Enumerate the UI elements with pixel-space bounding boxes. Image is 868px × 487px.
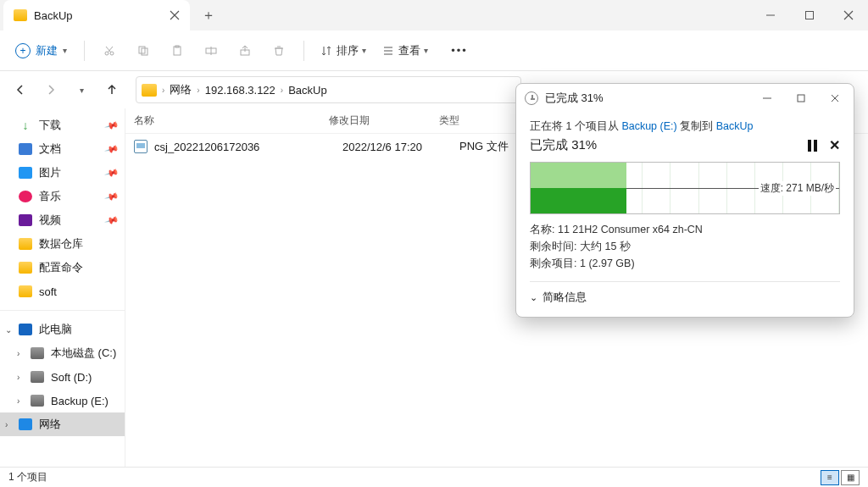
sidebar-item-network[interactable]: ›网络 (0, 412, 125, 436)
view-button[interactable]: 查看 ▾ (375, 38, 435, 64)
arrow-up-icon (105, 83, 119, 97)
back-button[interactable] (7, 76, 34, 103)
paste-button[interactable] (161, 36, 193, 66)
delete-button[interactable] (263, 36, 295, 66)
clock-icon (525, 91, 538, 105)
minimize-icon (764, 8, 777, 22)
close-window-button[interactable] (829, 0, 868, 30)
sidebar-item-drive-c[interactable]: ›本地磁盘 (C:) (0, 341, 125, 365)
new-label: 新建 (36, 43, 58, 58)
complete-text: 已完成 31% (530, 137, 597, 153)
icons-view-button[interactable]: ▦ (841, 470, 860, 485)
view-switcher: ≡ ▦ (821, 470, 860, 485)
crumb-0[interactable]: 网络 (170, 82, 192, 97)
tab-close-button[interactable] (166, 7, 183, 24)
share-icon (238, 44, 252, 58)
arrow-right-icon (44, 83, 58, 97)
sidebar-item-thispc[interactable]: ⌄此电脑 (0, 318, 125, 341)
dialog-title-bar[interactable]: 已完成 31% (516, 84, 854, 113)
document-icon (19, 143, 32, 155)
complete-row: 已完成 31% ✕ (530, 137, 840, 153)
chevron-down-icon: ▾ (80, 86, 84, 95)
dialog-maximize-button[interactable] (787, 87, 815, 109)
copy-description: 正在将 1 个项目从 Backup (E:) 复制到 BackUp (530, 119, 840, 134)
chevron-right-icon: › (17, 396, 19, 406)
recent-button[interactable]: ▾ (68, 76, 95, 103)
col-name[interactable]: 名称 (134, 113, 329, 128)
copy-button[interactable] (127, 36, 159, 66)
col-type[interactable]: 类型 (439, 113, 515, 128)
crumb-2[interactable]: BackUp (288, 84, 327, 97)
address-bar[interactable]: › 网络 › 192.168.3.122 › BackUp (136, 76, 521, 103)
chevron-right-icon: › (5, 420, 8, 429)
sidebar-item-label: Soft (D:) (51, 371, 92, 384)
sidebar-item-folder[interactable]: soft (0, 279, 125, 303)
plus-circle-icon: + (15, 43, 31, 58)
tab-backup[interactable]: BackUp (3, 0, 190, 30)
sidebar-item-drive-e[interactable]: ›Backup (E:) (0, 389, 125, 412)
sidebar-item-label: 网络 (39, 417, 61, 432)
chevron-right-icon: › (281, 86, 283, 95)
drive-icon (31, 347, 44, 359)
col-date[interactable]: 修改日期 (329, 113, 439, 128)
detail-remain-time: 剩余时间: 大约 15 秒 (530, 240, 840, 254)
pin-icon: 📌 (104, 213, 120, 228)
new-tab-button[interactable]: ＋ (195, 2, 222, 29)
forward-button[interactable] (37, 76, 64, 103)
pc-icon (19, 324, 32, 335)
dialog-close-button[interactable] (821, 87, 849, 109)
crumb-1[interactable]: 192.168.3.122 (205, 84, 275, 97)
list-icon (381, 44, 395, 58)
drive-icon (31, 371, 44, 383)
chevron-right-icon: › (17, 373, 19, 382)
sidebar-item-drive-d[interactable]: ›Soft (D:) (0, 365, 125, 389)
sidebar-item-documents[interactable]: 文档📌 (0, 137, 125, 161)
tab-title: BackUp (34, 9, 73, 22)
file-name: csj_20221206172036 (154, 141, 336, 153)
copy-source-link[interactable]: Backup (E:) (621, 120, 676, 132)
up-button[interactable] (98, 76, 125, 103)
scissors-icon (103, 44, 116, 58)
trash-icon (272, 44, 286, 58)
details-view-button[interactable]: ≡ (821, 470, 839, 485)
sort-label: 排序 (337, 43, 359, 58)
sidebar-item-music[interactable]: 音乐📌 (0, 185, 125, 208)
pin-icon: 📌 (104, 189, 120, 204)
svg-rect-9 (798, 95, 804, 102)
toolbar: + 新建 ▾ 排序 ▾ 查看 ▾ ••• (0, 30, 868, 71)
sidebar-item-label: 文档 (39, 141, 61, 157)
copy-progress-dialog: 已完成 31% 正在将 1 个项目从 Backup (E:) 复制到 BackU… (515, 83, 854, 318)
folder-icon (19, 285, 32, 297)
ellipsis-icon: ••• (451, 44, 468, 57)
minimize-icon (760, 91, 774, 105)
brief-info-toggle[interactable]: ⌄ 简略信息 (530, 281, 840, 305)
value: 1 (2.97 GB) (580, 257, 635, 269)
folder-icon (19, 262, 32, 274)
sort-button[interactable]: 排序 ▾ (313, 38, 373, 64)
new-button[interactable]: + 新建 ▾ (7, 38, 75, 64)
chart-throughput-bar (531, 163, 626, 188)
sidebar-item-folder[interactable]: 数据仓库 (0, 232, 125, 256)
cut-button[interactable] (93, 36, 125, 66)
rename-icon (204, 44, 218, 58)
minimize-button[interactable] (751, 0, 790, 30)
maximize-button[interactable] (790, 0, 829, 30)
sidebar-item-pictures[interactable]: 图片📌 (0, 161, 125, 185)
pin-icon: 📌 (104, 165, 120, 180)
label: 剩余时间: (530, 241, 580, 252)
file-date: 2022/12/6 17:20 (342, 141, 453, 153)
window-controls (751, 0, 868, 30)
share-button[interactable] (229, 36, 261, 66)
cancel-button[interactable]: ✕ (829, 137, 840, 153)
sidebar-item-label: 音乐 (39, 189, 61, 204)
sidebar-item-videos[interactable]: 视频📌 (0, 208, 125, 232)
dialog-minimize-button[interactable] (754, 87, 781, 109)
pause-button[interactable] (808, 140, 817, 152)
sidebar-item-downloads[interactable]: ↓下载📌 (0, 113, 125, 137)
dialog-title: 已完成 31% (545, 91, 747, 106)
more-button[interactable]: ••• (443, 36, 476, 66)
sidebar-item-folder[interactable]: 配置命令 (0, 256, 125, 279)
copy-dest-link[interactable]: BackUp (716, 120, 754, 132)
clipboard-icon (170, 44, 184, 58)
rename-button[interactable] (195, 36, 227, 66)
